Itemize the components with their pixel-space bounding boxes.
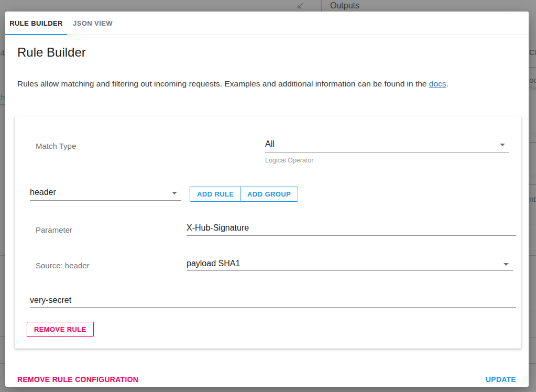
background-text-fragment: oc xyxy=(529,75,536,84)
field-underline xyxy=(265,152,509,153)
chevron-down-icon xyxy=(172,192,177,194)
tab-rule-builder[interactable]: RULE BUILDER xyxy=(5,12,67,35)
field-underline xyxy=(30,307,516,308)
update-button[interactable]: UPDATE xyxy=(486,375,516,384)
parameter-input[interactable]: X-Hub-Signature xyxy=(187,223,516,236)
dialog-tabs: RULE BUILDER JSON VIEW xyxy=(5,12,529,35)
source-label: Source: header xyxy=(36,261,90,270)
background-row-divider xyxy=(529,142,536,143)
background-outputs-label: Outputs xyxy=(330,1,359,10)
source-value: payload SHA1 xyxy=(187,259,240,268)
background-left-strip: c4 th xyxy=(0,0,5,392)
tab-json-view-label: JSON VIEW xyxy=(73,19,113,27)
background-row-divider xyxy=(0,336,5,337)
field-underline xyxy=(30,200,181,201)
background-input-underline xyxy=(0,104,5,105)
secret-input[interactable]: very-secret xyxy=(30,296,516,308)
tab-json-view[interactable]: JSON VIEW xyxy=(67,12,118,35)
add-rule-button[interactable]: ADD RULE xyxy=(190,187,241,202)
background-row-divider xyxy=(529,311,536,311)
rule-type-select[interactable]: header xyxy=(30,188,181,201)
background-divider xyxy=(321,0,322,12)
field-underline xyxy=(187,270,513,271)
tab-rule-builder-label: RULE BUILDER xyxy=(9,19,63,27)
background-row-divider xyxy=(529,255,536,256)
background-right-strip: CL oc 6e ce tp nt xyxy=(529,0,536,392)
description-before-link: Rules allow matching and filtering out i… xyxy=(17,79,429,88)
match-type-label: Match Type xyxy=(36,141,76,150)
chevron-down-icon xyxy=(504,263,509,266)
background-text-fragment: c4 xyxy=(0,49,5,57)
secret-value: very-secret xyxy=(30,296,71,304)
parameter-value: X-Hub-Signature xyxy=(187,223,249,232)
background-row-divider xyxy=(529,224,536,224)
background-row-divider xyxy=(529,67,536,68)
source-select[interactable]: payload SHA1 xyxy=(187,259,513,271)
background-row-divider xyxy=(529,184,536,184)
remove-rule-configuration-button[interactable]: REMOVE RULE CONFIGURATION xyxy=(17,375,138,384)
match-type-value: All xyxy=(265,139,275,148)
background-text-fragment: 6e xyxy=(529,84,536,92)
remove-rule-button[interactable]: REMOVE RULE xyxy=(27,322,94,337)
background-row-divider xyxy=(529,363,536,364)
match-type-select[interactable]: All Logical Operator xyxy=(265,139,509,153)
active-tab-indicator xyxy=(5,34,67,35)
background-row-divider xyxy=(0,255,5,256)
rule-builder-dialog: RULE BUILDER JSON VIEW Rule Builder Rule… xyxy=(5,12,529,387)
background-row-divider xyxy=(0,311,5,311)
background-text-fragment: th xyxy=(0,93,5,102)
docs-link[interactable]: docs xyxy=(429,79,446,88)
page-title: Rule Builder xyxy=(17,45,86,60)
background-text-fragment: nt xyxy=(529,194,536,203)
background-topbar: Outputs xyxy=(0,0,536,12)
parameter-label: Parameter xyxy=(36,225,72,234)
chevron-down-icon xyxy=(500,144,505,146)
description-after-link: . xyxy=(446,79,449,88)
background-row-divider xyxy=(0,363,5,364)
match-type-helper: Logical Operator xyxy=(265,157,313,164)
description-text: Rules allow matching and filtering out i… xyxy=(17,79,449,89)
field-underline xyxy=(187,235,516,236)
arrow-down-left-icon xyxy=(296,2,304,12)
rule-type-value: header xyxy=(30,188,56,197)
background-text-fragment: tp xyxy=(529,171,536,180)
background-text-fragment: CL xyxy=(529,48,536,57)
rule-card: Match Type All Logical Operator header A… xyxy=(15,116,521,349)
add-group-button[interactable]: ADD GROUP xyxy=(240,187,298,202)
background-row-divider xyxy=(529,337,536,337)
background-text-fragment: ce xyxy=(529,129,536,138)
